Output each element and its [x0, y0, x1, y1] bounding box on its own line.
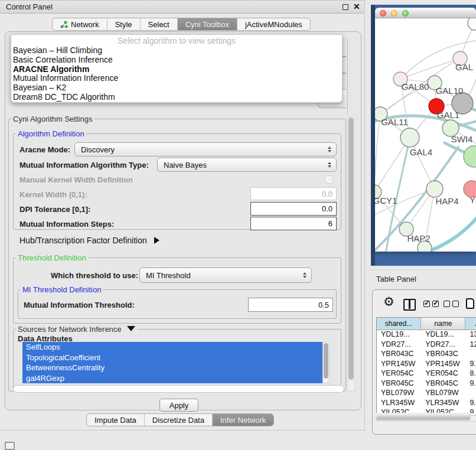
- table-cell[interactable]: 9.: [465, 399, 476, 409]
- aracne-mode-select[interactable]: Discovery: [74, 142, 337, 156]
- control-panel-tabs: NetworkStyleSelectCyni ToolboxjActiveMNo…: [52, 18, 311, 31]
- mi-threshold-definition-title: MI Threshold Definition: [21, 285, 103, 294]
- mi-threshold-field[interactable]: 0.5: [248, 298, 333, 312]
- table-cell[interactable]: YBL079W: [421, 389, 465, 399]
- table-row[interactable]: YLR345WYLR345W9.: [377, 399, 476, 409]
- network-canvas[interactable]: GALGAL80GAL10GAL1GAL11SWI4GAL4GCY1HAP4YH…: [375, 18, 476, 252]
- network-node[interactable]: [400, 128, 419, 147]
- table-cell[interactable]: YPR145W: [377, 360, 421, 370]
- table-cell[interactable]: 13: [465, 330, 476, 340]
- attribute-item-selected[interactable]: SelfLoops: [22, 342, 322, 353]
- attribute-item-selected[interactable]: BetweennessCentrality: [22, 363, 322, 373]
- algorithm-option[interactable]: ARACNE Algorithm: [11, 65, 342, 74]
- node-label: SWI4: [451, 134, 473, 144]
- network-node[interactable]: [464, 146, 476, 167]
- attribute-item-selected[interactable]: gal4RGexp: [22, 373, 322, 384]
- kernel-width-field[interactable]: 0.0: [250, 187, 337, 200]
- column-header-1[interactable]: shared...: [377, 318, 421, 330]
- table-rows: YDL19...YDL19...13YDR27...YDR27...12YBR0…: [377, 330, 476, 413]
- algorithm-option[interactable]: Basic Correlation Inference: [11, 56, 342, 65]
- table-cell[interactable]: YDR27...: [421, 340, 465, 350]
- table-cell[interactable]: 8.: [465, 369, 476, 379]
- attributes-scrollbar-thumb[interactable]: [324, 343, 328, 379]
- network-node[interactable]: [468, 18, 476, 30]
- table-cell[interactable]: 9.: [465, 379, 476, 389]
- expanded-arrow-icon[interactable]: [127, 326, 135, 331]
- tab-discretize-data[interactable]: Discretize Data: [145, 414, 213, 426]
- table-cell[interactable]: 9: [465, 408, 476, 413]
- mi-type-select[interactable]: Naive Bayes: [157, 158, 337, 172]
- table-row[interactable]: YIL052CYIL052C9: [377, 408, 476, 413]
- float-window-icon[interactable]: [343, 4, 348, 10]
- table-cell[interactable]: 9.: [465, 360, 476, 370]
- table-cell[interactable]: YBR043C: [421, 350, 465, 360]
- which-threshold-select[interactable]: MI Threshold: [139, 268, 312, 283]
- data-attributes-list[interactable]: SelfLoopsTopologicalCoefficientBetweenne…: [22, 342, 322, 383]
- table-cell[interactable]: 12: [465, 340, 476, 350]
- tab-jactivemnodules[interactable]: jActiveMNodules: [237, 18, 310, 30]
- table-row[interactable]: YDR27...YDR27...12: [377, 340, 476, 350]
- table-row[interactable]: YBR043CYBR043C: [377, 350, 476, 360]
- table-cell[interactable]: [465, 350, 476, 360]
- split-columns-icon[interactable]: [403, 299, 416, 311]
- tab-infer-network[interactable]: Infer Network: [213, 414, 273, 426]
- table-cell[interactable]: YLR345W: [421, 399, 465, 409]
- select-all-rows-icon[interactable]: [423, 301, 439, 307]
- table-cell[interactable]: YBR043C: [377, 350, 421, 360]
- algorithm-option[interactable]: Bayesian – Hill Climbing: [11, 46, 342, 56]
- table-cell[interactable]: [465, 389, 476, 399]
- mi-steps-field[interactable]: 6: [250, 217, 337, 230]
- sources-title: Sources for Network Inference: [16, 325, 137, 334]
- network-edge[interactable]: [400, 58, 460, 79]
- column-header-3[interactable]: A: [465, 318, 476, 330]
- close-traffic-icon[interactable]: [380, 10, 386, 17]
- document-icon[interactable]: [466, 298, 474, 309]
- tab-network[interactable]: Network: [53, 18, 107, 30]
- table-cell[interactable]: YIL052C: [421, 408, 465, 413]
- table-row[interactable]: YPR145WYPR145W9.: [377, 360, 476, 370]
- table-cell[interactable]: YER054C: [377, 369, 421, 379]
- sources-horizontal-scrollbar[interactable]: [13, 385, 344, 393]
- close-icon[interactable]: ✕: [353, 2, 360, 11]
- network-edge[interactable]: [375, 114, 380, 192]
- network-window-titlebar[interactable]: [375, 8, 476, 18]
- gear-icon[interactable]: ⚙: [383, 295, 395, 309]
- tab-impute-data[interactable]: Impute Data: [87, 414, 145, 426]
- tab-style[interactable]: Style: [107, 18, 141, 30]
- network-node[interactable]: [426, 181, 443, 197]
- table-cell[interactable]: YER054C: [421, 369, 465, 379]
- table-cell[interactable]: YDR27...: [377, 340, 421, 350]
- zoom-traffic-icon[interactable]: [402, 10, 409, 17]
- column-header-2[interactable]: name: [421, 318, 465, 330]
- table-row[interactable]: YBR045CYBR045C9.: [377, 379, 476, 389]
- tab-cyni-toolbox[interactable]: Cyni Toolbox: [178, 18, 237, 30]
- deselect-all-rows-icon[interactable]: [444, 301, 459, 307]
- table-cell[interactable]: YPR145W: [421, 360, 465, 370]
- manual-kernel-checkbox[interactable]: [325, 175, 333, 184]
- apply-button[interactable]: Apply: [159, 399, 198, 412]
- attribute-item-selected[interactable]: TopologicalCoefficient: [22, 353, 322, 363]
- table-cell[interactable]: YBR045C: [377, 379, 421, 389]
- table-cell[interactable]: YBR045C: [421, 379, 465, 389]
- algorithm-option[interactable]: Bayesian – K2: [11, 83, 342, 93]
- table-cell[interactable]: YDL19...: [377, 330, 421, 340]
- algorithm-option[interactable]: Mutual Information Inference: [11, 74, 342, 83]
- tab-label: Style: [115, 20, 132, 29]
- algorithm-option[interactable]: Dream8 DC_TDC Algorithm: [11, 93, 342, 102]
- table-cell[interactable]: YDL19...: [421, 330, 465, 340]
- network-graph[interactable]: GALGAL80GAL10GAL1GAL11SWI4GAL4GCY1HAP4YH…: [375, 18, 476, 252]
- minimized-window-icon[interactable]: [5, 442, 15, 450]
- network-icon: [60, 21, 68, 28]
- table-row[interactable]: YER054CYER054C8.: [377, 369, 476, 379]
- settings-scrollbar-thumb[interactable]: [348, 118, 354, 380]
- hub-definition-toggle[interactable]: Hub/Transcription Factor Definition: [19, 236, 159, 245]
- table-scrollbar-thumb[interactable]: [376, 416, 471, 420]
- dpi-tolerance-field[interactable]: 0.0: [250, 202, 337, 216]
- table-cell[interactable]: YBL079W: [377, 389, 421, 399]
- tab-select[interactable]: Select: [141, 18, 178, 30]
- table-cell[interactable]: YIL052C: [377, 408, 421, 413]
- table-row[interactable]: YDL19...YDL19...13: [377, 330, 476, 340]
- minimize-traffic-icon[interactable]: [391, 10, 397, 17]
- table-cell[interactable]: YLR345W: [377, 399, 421, 409]
- table-row[interactable]: YBL079WYBL079W: [377, 389, 476, 399]
